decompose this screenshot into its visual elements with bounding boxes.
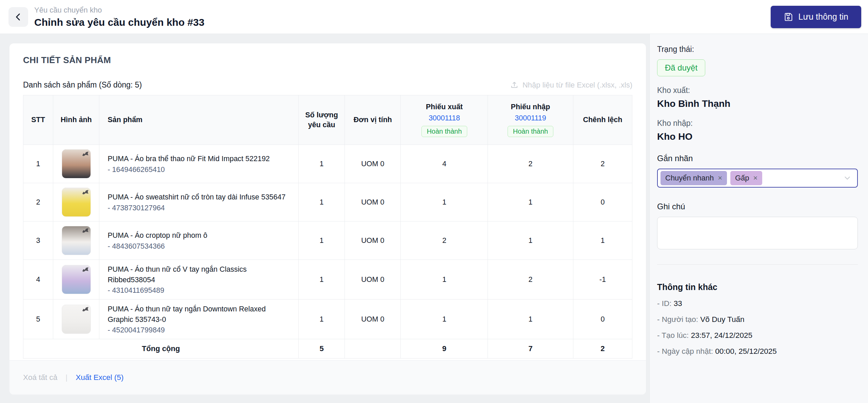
total-row: Tổng cộng 5 9 7 2 [23, 339, 632, 359]
footer-separator: | [65, 373, 67, 382]
total-diff: 2 [573, 339, 632, 359]
cell-diff: 2 [573, 145, 632, 183]
cell-stt: 5 [23, 300, 53, 339]
product-barcode: - 4310411695489 [107, 286, 290, 295]
status-badge: Đã duyệt [657, 59, 705, 76]
cell-stt: 3 [23, 222, 53, 260]
tag-remove-icon[interactable]: × [718, 174, 722, 182]
tag-remove-icon[interactable]: × [753, 174, 758, 182]
save-button-label: Lưu thông tin [798, 12, 848, 22]
tags-label: Gắn nhãn [657, 154, 858, 163]
col-header-diff: Chênh lệch [573, 95, 632, 145]
source-warehouse-label: Kho xuất: [657, 86, 858, 95]
tag-chip-label: Chuyển nhanh [665, 174, 714, 183]
table-header-row: STT Hình ảnh Sản phẩm Số lượng yêu cầu Đ… [23, 95, 632, 145]
save-button[interactable]: Lưu thông tin [771, 6, 861, 28]
clear-all-link[interactable]: Xoá tất cả [23, 373, 57, 382]
info-value: Võ Duy Tuấn [700, 315, 744, 324]
col-header-import: Phiếu nhập 30001119 Hoàn thành [488, 95, 573, 145]
cell-export-qty: 4 [401, 145, 488, 183]
cell-uom: UOM 0 [345, 145, 401, 183]
total-label: Tổng cộng [23, 339, 299, 359]
cell-diff: 0 [573, 183, 632, 222]
product-table: STT Hình ảnh Sản phẩm Số lượng yêu cầu Đ… [23, 95, 632, 359]
cell-export-qty: 2 [401, 222, 488, 260]
cell-product: PUMA - Áo thun nữ tay ngắn Downtown Rela… [99, 300, 298, 339]
puma-logo-icon [82, 152, 88, 156]
dest-warehouse-value: Kho HO [657, 131, 858, 142]
main-column: CHI TIẾT SẢN PHẨM Danh sách sản phẩm (Số… [0, 34, 649, 403]
page-title: Chỉnh sửa yêu cầu chuyển kho #33 [34, 17, 204, 28]
import-excel-link[interactable]: Nhập liệu từ file Excel (.xlsx, .xls) [510, 81, 632, 90]
cell-product: PUMA - Áo bra thể thao nữ Fit Mid Impact… [99, 145, 298, 183]
cell-uom: UOM 0 [345, 300, 401, 339]
total-uom [345, 339, 401, 359]
cell-product: PUMA - Áo thun nữ cổ V tay ngắn Classics… [99, 260, 298, 300]
table-row: 2PUMA - Áo sweatshirt nữ cổ tròn tay dài… [23, 183, 632, 222]
cell-qty: 1 [298, 260, 344, 300]
table-row: 4PUMA - Áo thun nữ cổ V tay ngắn Classic… [23, 260, 632, 300]
cell-stt: 1 [23, 145, 53, 183]
product-name: PUMA - Áo sweatshirt nữ cổ tròn tay dài … [107, 192, 290, 203]
cell-stt: 2 [23, 183, 53, 222]
cell-uom: UOM 0 [345, 183, 401, 222]
info-value: 33 [674, 299, 682, 308]
puma-logo-icon [82, 307, 88, 311]
cell-export-qty: 1 [401, 300, 488, 339]
cell-product: PUMA - Áo croptop nữ phom ô- 48436075343… [99, 222, 298, 260]
total-qty: 5 [298, 339, 344, 359]
chevron-left-icon [14, 13, 23, 21]
info-line: - ID: 33 [657, 299, 858, 308]
export-excel-link[interactable]: Xuất Excel (5) [76, 373, 123, 382]
cell-import-qty: 2 [488, 260, 573, 300]
product-list-count-label: Danh sách sản phẩm (Số dòng: 5) [23, 80, 142, 90]
puma-logo-icon [82, 228, 88, 233]
other-info-list: - ID: 33- Người tạo: Võ Duy Tuấn- Tạo lú… [657, 299, 858, 356]
save-icon [784, 12, 793, 22]
back-button[interactable] [8, 7, 28, 27]
product-name: PUMA - Áo thun nữ tay ngắn Downtown Rela… [107, 304, 290, 325]
page-content: CHI TIẾT SẢN PHẨM Danh sách sản phẩm (Số… [0, 34, 868, 403]
export-doc-link[interactable]: 30001118 [429, 114, 460, 122]
col-header-uom: Đơn vị tính [345, 95, 401, 145]
cell-uom: UOM 0 [345, 260, 401, 300]
tags-select[interactable]: Chuyển nhanh×Gấp× [657, 169, 858, 188]
table-footer: Xoá tất cả | Xuất Excel (5) [9, 360, 646, 395]
import-excel-label: Nhập liệu từ file Excel (.xlsx, .xls) [522, 81, 632, 90]
product-thumbnail [62, 265, 91, 294]
cell-export-qty: 1 [401, 260, 488, 300]
breadcrumb[interactable]: Yêu cầu chuyển kho [34, 6, 204, 15]
product-thumbnail [62, 149, 91, 178]
info-line: - Tạo lúc: 23:57, 24/12/2025 [657, 331, 858, 340]
product-barcode: - 4738730127964 [107, 204, 290, 212]
sidebar: Trạng thái: Đã duyệt Kho xuất: Kho Bình … [649, 34, 868, 403]
info-label: - Người tạo: [657, 315, 700, 324]
cell-product: PUMA - Áo sweatshirt nữ cổ tròn tay dài … [99, 183, 298, 222]
puma-logo-icon [82, 190, 88, 194]
cell-qty: 1 [298, 222, 344, 260]
info-label: - Tạo lúc: [657, 331, 691, 340]
cell-diff: 0 [573, 300, 632, 339]
status-label: Trạng thái: [657, 45, 858, 54]
note-label: Ghi chú [657, 202, 858, 211]
product-thumbnail [62, 188, 91, 217]
cell-diff: 1 [573, 222, 632, 260]
page-header: Yêu cầu chuyển kho Chỉnh sửa yêu cầu chu… [0, 0, 868, 34]
cell-import-qty: 1 [488, 183, 573, 222]
product-barcode: - 4843607534366 [107, 242, 290, 251]
cell-qty: 1 [298, 183, 344, 222]
note-textarea[interactable] [657, 217, 858, 249]
table-row: 1PUMA - Áo bra thể thao nữ Fit Mid Impac… [23, 145, 632, 183]
import-doc-label: Phiếu nhập [491, 103, 569, 111]
product-name: PUMA - Áo croptop nữ phom ô [107, 230, 290, 241]
cell-qty: 1 [298, 145, 344, 183]
cell-image [53, 260, 99, 300]
product-thumbnail [62, 226, 91, 255]
cell-qty: 1 [298, 300, 344, 339]
chevron-down-icon[interactable] [843, 174, 852, 183]
info-line: - Ngày cập nhật: 00:00, 25/12/2025 [657, 347, 858, 356]
table-row: 5PUMA - Áo thun nữ tay ngắn Downtown Rel… [23, 300, 632, 339]
info-value: 00:00, 25/12/2025 [715, 347, 776, 356]
import-doc-link[interactable]: 30001119 [515, 114, 546, 122]
product-barcode: - 1649466265410 [107, 166, 290, 174]
